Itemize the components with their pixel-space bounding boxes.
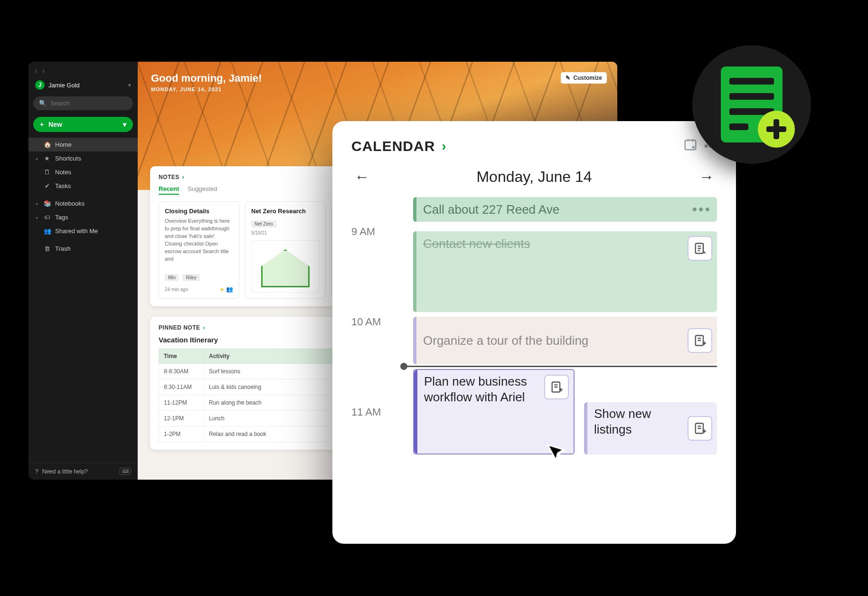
add-note-button[interactable] — [688, 416, 712, 441]
search-icon: 🔍 — [39, 100, 47, 107]
search-field[interactable]: 🔍 — [33, 96, 133, 110]
tag-chip[interactable]: Min — [165, 274, 179, 281]
sidebar-item-label: Shared with Me — [55, 227, 98, 235]
add-note-button[interactable] — [688, 328, 712, 353]
greeting: Good morning, Jamie! — [151, 72, 604, 85]
event-title: Call about 227 Reed Ave — [416, 198, 692, 221]
nav-arrows: ‹ › — [28, 62, 138, 76]
sidebar-item-label: Trash — [55, 245, 71, 252]
sidebar-item-tasks[interactable]: ✔Tasks — [28, 179, 138, 193]
note-timestamp: 5/18/21 — [251, 230, 320, 236]
sidebar-item-trash[interactable]: 🗑Trash — [28, 242, 138, 255]
sidebar-item-home[interactable]: 🏠Home — [28, 138, 138, 151]
star-icon: ★ — [44, 155, 50, 162]
avatar: J — [35, 80, 45, 90]
check-icon: ✔ — [44, 182, 50, 189]
open-note-button[interactable] — [688, 236, 712, 261]
sidebar-item-notebooks[interactable]: ▸📚Notebooks — [28, 197, 138, 210]
sidebar-item-label: Shortcuts — [55, 155, 81, 162]
note-timestamp: 24 min ago — [165, 287, 188, 292]
plus-icon: + — [40, 121, 44, 128]
time-column: 9 AM 10 AM 11 AM — [351, 226, 404, 496]
account-switcher[interactable]: J Jamie Gold ▾ — [28, 76, 138, 94]
tag-icon: 🏷 — [44, 214, 50, 221]
prev-day-button[interactable]: ← — [351, 165, 372, 189]
share-icon: 👥 — [44, 227, 50, 235]
calendar-body: 9 AM 10 AM 11 AM Call about 227 Reed Ave… — [351, 197, 717, 501]
tab-suggested[interactable]: Suggested — [188, 185, 217, 195]
chevron-right-icon[interactable]: › — [182, 174, 185, 180]
note-thumbnail — [251, 240, 320, 293]
customize-button[interactable]: ✎ Customize — [561, 72, 607, 84]
sidebar-item-label: Notebooks — [55, 200, 85, 207]
time-label: 9 AM — [351, 226, 404, 316]
event-title: Organize a tour of the building — [416, 329, 688, 352]
tag-chip[interactable]: Riley — [182, 274, 199, 281]
nav-forward-icon[interactable]: › — [42, 66, 45, 75]
star-icon: ★ — [220, 287, 224, 292]
trash-icon: 🗑 — [44, 245, 50, 252]
cell-time: 8:30-11AM — [159, 379, 204, 395]
cell-time: 12-1PM — [159, 411, 204, 426]
svg-point-1 — [692, 147, 694, 148]
calendar-event[interactable]: Show new listings — [584, 402, 717, 454]
sidebar-footer: ? Need a little help? ⌨ — [28, 463, 138, 480]
event-title: Plan new business workflow with Ariel — [417, 370, 544, 408]
calendar-title: CALENDAR — [351, 138, 435, 154]
event-title: Contact new clients — [416, 231, 688, 255]
help-icon: ? — [35, 468, 38, 475]
help-link[interactable]: Need a little help? — [42, 468, 88, 475]
time-label: 11 AM — [351, 406, 404, 496]
cell-time: 1-2PM — [159, 426, 204, 442]
current-time-indicator — [404, 366, 717, 367]
expand-icon[interactable]: ▸ — [35, 215, 39, 220]
pinned-widget-title: PINNED NOTE — [159, 324, 200, 331]
note-card[interactable]: Closing Details Overview Everything is h… — [159, 201, 239, 299]
user-name: Jamie Gold — [48, 82, 124, 89]
sidebar-nav: 🏠Home▸★Shortcuts🗒Notes✔Tasks▸📚Notebooks▸… — [28, 138, 138, 255]
time-label: 10 AM — [351, 316, 404, 406]
calendar-event[interactable]: Organize a tour of the building — [413, 317, 717, 364]
sidebar-item-label: Tasks — [55, 182, 71, 189]
customize-label: Customize — [573, 75, 602, 81]
plus-icon — [758, 111, 795, 148]
event-title: Show new listings — [587, 402, 688, 441]
create-note-badge[interactable] — [692, 45, 811, 164]
sidebar-item-tags[interactable]: ▸🏷Tags — [28, 210, 138, 224]
cell-time: 11-12PM — [159, 395, 204, 411]
expand-icon[interactable]: ▸ — [35, 156, 39, 161]
tag-chip[interactable]: Net Zero — [251, 220, 276, 227]
sidebar-item-label: Notes — [55, 169, 71, 176]
notebook-icon: 📚 — [44, 200, 50, 207]
cell-time: 8-8:30AM — [159, 364, 204, 379]
new-button-label: New — [48, 121, 62, 128]
next-day-button[interactable]: → — [696, 165, 717, 189]
notes-widget-title: NOTES — [159, 174, 179, 180]
more-icon[interactable]: ••• — [692, 201, 711, 218]
calendar-icon[interactable] — [683, 137, 698, 155]
new-button[interactable]: + New ▾ — [33, 117, 133, 132]
chevron-down-icon: ▾ — [123, 121, 126, 128]
expand-icon[interactable]: ▸ — [35, 201, 39, 206]
shared-icon: 👥 — [226, 286, 233, 293]
calendar-event[interactable]: Contact new clients — [413, 231, 717, 312]
chevron-right-icon[interactable]: › — [203, 324, 206, 331]
header-date: MONDAY, JUNE 14, 2021 — [151, 86, 604, 92]
tab-recent[interactable]: Recent — [159, 185, 179, 195]
chevron-right-icon[interactable]: › — [442, 139, 446, 154]
search-input[interactable] — [50, 100, 130, 107]
calendar-widget: CALENDAR › ••• ← Monday, June 14 → 9 AM … — [332, 121, 736, 544]
nav-back-icon[interactable]: ‹ — [35, 66, 38, 75]
calendar-event-allday[interactable]: Call about 227 Reed Ave ••• — [413, 197, 717, 222]
home-icon: 🏠 — [44, 141, 50, 148]
sidebar-item-notes[interactable]: 🗒Notes — [28, 165, 138, 179]
sidebar-item-label: Home — [55, 141, 72, 148]
sidebar-item-shortcuts[interactable]: ▸★Shortcuts — [28, 151, 138, 165]
note-title: Net Zero Research — [251, 208, 320, 215]
sidebar-item-shared-with-me[interactable]: 👥Shared with Me — [28, 224, 138, 238]
calendar-event-selected[interactable]: Plan new business workflow with Ariel — [413, 369, 575, 454]
note-card[interactable]: Net Zero Research Net Zero 5/18/21 — [245, 201, 326, 299]
add-note-button[interactable] — [544, 375, 569, 399]
keyboard-icon[interactable]: ⌨ — [120, 468, 131, 475]
calendar-day-label: Monday, June 14 — [476, 168, 592, 186]
